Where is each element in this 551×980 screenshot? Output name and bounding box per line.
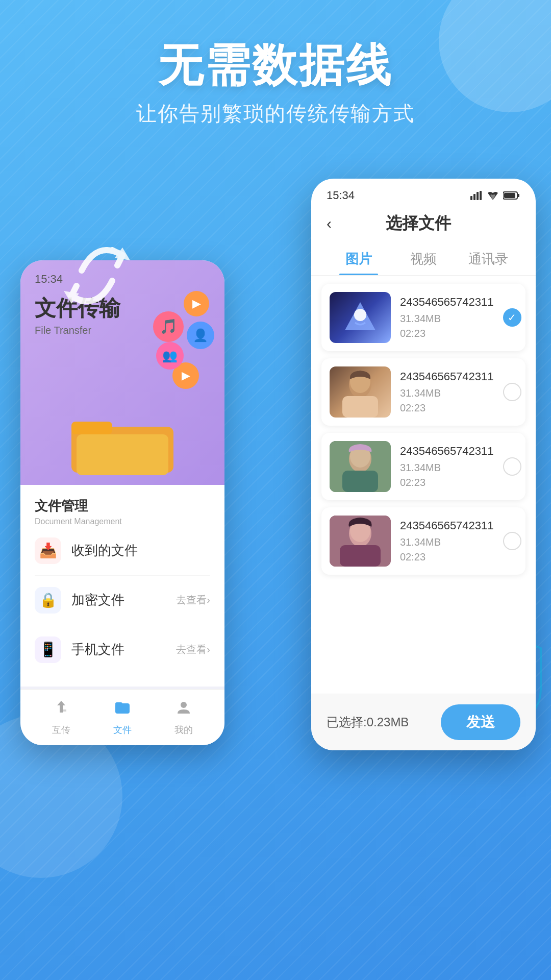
main-title: 无需数据线 bbox=[0, 41, 551, 90]
file-name-1: 243546565742311 bbox=[400, 296, 494, 309]
file-info-2: 243546565742311 31.34MB 02:23 bbox=[400, 370, 494, 414]
received-files-label: 收到的文件 bbox=[71, 542, 210, 559]
file-name-2: 243546565742311 bbox=[400, 370, 494, 383]
phones-container: 15:34 文件传输 File Transfer 🎵 ▶ ▶ 👤 👥 bbox=[0, 148, 551, 852]
svg-point-8 bbox=[181, 702, 187, 708]
nav-item-mine[interactable]: 我的 bbox=[174, 698, 193, 736]
svg-rect-27 bbox=[340, 545, 381, 567]
svg-rect-11 bbox=[477, 192, 479, 200]
file-thumb-1 bbox=[330, 292, 391, 343]
file-card-1[interactable]: 243546565742311 31.34MB 02:23 ✓ bbox=[321, 284, 525, 351]
svg-rect-23 bbox=[342, 471, 378, 492]
svg-point-17 bbox=[354, 309, 366, 321]
svg-rect-5 bbox=[77, 434, 168, 475]
file-item-received[interactable]: 📥 收到的文件 bbox=[35, 526, 210, 576]
folder-illustration bbox=[66, 411, 179, 480]
file-card-2[interactable]: 243546565742311 31.34MB 02:23 bbox=[321, 358, 525, 426]
encrypted-files-label: 加密文件 bbox=[71, 591, 176, 609]
mine-nav-icon bbox=[174, 698, 193, 721]
file-duration-4: 02:23 bbox=[400, 551, 494, 563]
file-name-4: 243546565742311 bbox=[400, 519, 494, 532]
transfer-nav-label: 互传 bbox=[52, 724, 70, 736]
phone-left-bottom: 文件管理 Document Management 📥 收到的文件 🔒 加密文件 … bbox=[20, 485, 224, 687]
file-check-2[interactable] bbox=[503, 383, 521, 401]
person2-icon: 👥 bbox=[156, 342, 184, 370]
encrypted-files-icon: 🔒 bbox=[35, 587, 61, 614]
file-item-encrypted[interactable]: 🔒 加密文件 去查看› bbox=[35, 576, 210, 625]
bottom-nav: 互传 文件 bbox=[20, 689, 224, 745]
right-header: ‹ 选择文件 bbox=[311, 207, 536, 243]
svg-rect-19 bbox=[342, 396, 378, 418]
encrypted-files-link: 去查看› bbox=[176, 593, 210, 607]
file-thumb-3 bbox=[330, 441, 391, 492]
file-manage-subtitle: Document Management bbox=[35, 517, 210, 526]
phone-files-icon: 📱 bbox=[35, 636, 61, 663]
send-button[interactable]: 发送 bbox=[441, 704, 520, 740]
svg-rect-10 bbox=[473, 194, 475, 200]
tab-pictures[interactable]: 图片 bbox=[327, 243, 391, 275]
file-card-3[interactable]: 243546565742311 31.34MB 02:23 bbox=[321, 433, 525, 500]
received-files-icon: 📥 bbox=[35, 537, 61, 564]
file-size-3: 31.34MB bbox=[400, 462, 494, 474]
files-nav-icon bbox=[113, 698, 132, 721]
phone-right: 15:34 ‹ 选择文件 图片 视频 通讯录 bbox=[311, 179, 536, 750]
back-button[interactable]: ‹ bbox=[327, 215, 332, 232]
video-icon: ▶ bbox=[184, 291, 209, 316]
file-info-4: 243546565742311 31.34MB 02:23 bbox=[400, 519, 494, 563]
music-icon: 🎵 bbox=[153, 311, 184, 342]
file-thumb-4 bbox=[330, 516, 391, 567]
file-size-1: 31.34MB bbox=[400, 313, 494, 325]
selected-size-text: 已选择:0.23MB bbox=[327, 714, 409, 730]
file-size-2: 31.34MB bbox=[400, 387, 494, 399]
person1-icon: 👤 bbox=[187, 322, 214, 349]
sub-title: 让你告别繁琐的传统传输方式 bbox=[0, 100, 551, 128]
file-duration-1: 02:23 bbox=[400, 328, 494, 339]
file-thumb-2 bbox=[330, 366, 391, 418]
svg-rect-14 bbox=[517, 194, 519, 197]
file-name-3: 243546565742311 bbox=[400, 445, 494, 458]
svg-rect-7 bbox=[115, 702, 122, 705]
files-nav-label: 文件 bbox=[113, 724, 132, 736]
phone-files-link: 去查看› bbox=[176, 643, 210, 656]
tab-videos[interactable]: 视频 bbox=[391, 243, 456, 275]
file-manage-title: 文件管理 bbox=[35, 497, 210, 515]
file-item-phone[interactable]: 📱 手机文件 去查看› bbox=[35, 625, 210, 674]
phone-left: 15:34 文件传输 File Transfer 🎵 ▶ ▶ 👤 👥 bbox=[20, 260, 224, 745]
svg-rect-12 bbox=[480, 191, 482, 200]
tabs-row: 图片 视频 通讯录 bbox=[311, 243, 536, 276]
file-duration-2: 02:23 bbox=[400, 402, 494, 414]
right-header-title: 选择文件 bbox=[342, 212, 495, 235]
file-card-4[interactable]: 243546565742311 31.34MB 02:23 bbox=[321, 507, 525, 575]
file-check-3[interactable] bbox=[503, 457, 521, 476]
right-bottom-bar: 已选择:0.23MB 发送 bbox=[311, 694, 536, 750]
file-info-3: 243546565742311 31.34MB 02:23 bbox=[400, 445, 494, 488]
share-arrow-icon bbox=[51, 230, 143, 322]
file-check-1[interactable]: ✓ bbox=[503, 308, 521, 327]
svg-rect-3 bbox=[71, 422, 112, 434]
nav-item-transfer[interactable]: 互传 bbox=[52, 698, 70, 736]
svg-rect-15 bbox=[504, 193, 515, 198]
status-icons bbox=[470, 191, 520, 200]
nav-item-files[interactable]: 文件 bbox=[113, 698, 132, 736]
file-size-4: 31.34MB bbox=[400, 536, 494, 548]
file-cards-list: 243546565742311 31.34MB 02:23 ✓ bbox=[311, 284, 536, 575]
header-section: 无需数据线 让你告别繁琐的传统传输方式 bbox=[0, 0, 551, 128]
file-duration-3: 02:23 bbox=[400, 477, 494, 488]
tab-contacts[interactable]: 通讯录 bbox=[456, 243, 520, 275]
transfer-nav-icon bbox=[52, 698, 70, 721]
right-phone-time: 15:34 bbox=[327, 189, 355, 202]
left-phone-subtitle: File Transfer bbox=[35, 325, 210, 336]
mine-nav-label: 我的 bbox=[174, 724, 193, 736]
phone-files-label: 手机文件 bbox=[71, 641, 176, 658]
file-info-1: 243546565742311 31.34MB 02:23 bbox=[400, 296, 494, 339]
svg-rect-9 bbox=[470, 196, 472, 200]
file-check-4[interactable] bbox=[503, 532, 521, 550]
right-status-bar: 15:34 bbox=[311, 179, 536, 207]
